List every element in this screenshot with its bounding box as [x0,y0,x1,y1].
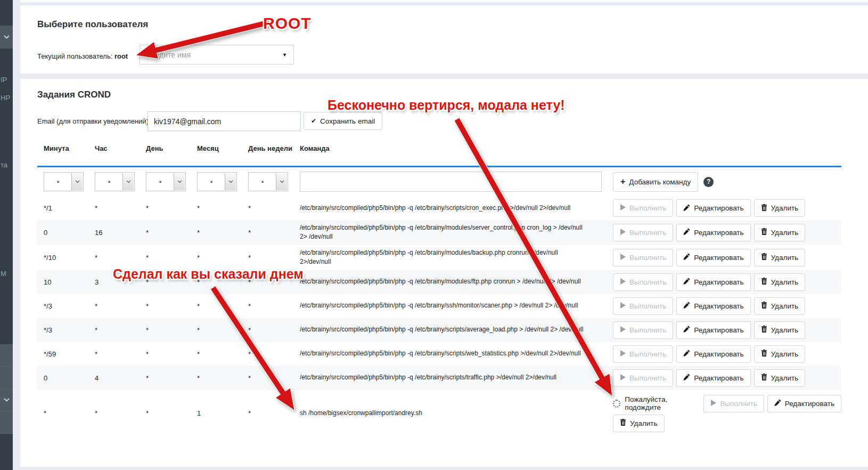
month-cell: * [191,326,242,334]
delete-button[interactable]: Удалить [754,249,806,266]
hour-cell: * [88,204,140,212]
sidebar-item-active[interactable] [0,26,13,48]
select-arrow-icon[interactable] [122,173,134,190]
select-arrow-icon[interactable] [71,173,83,190]
play-icon [620,302,626,310]
hour-cell: * [88,326,140,334]
run-button[interactable]: Выполнить [613,273,673,291]
weekday-cell: * [242,302,293,310]
sidebar-item[interactable] [0,367,13,389]
day-cell: * [140,229,191,237]
select-arrow-icon[interactable] [225,173,236,190]
check-icon: ✔ [311,117,316,125]
pencil-icon [683,302,690,310]
command-cell: sh /home/bigsex/cronwpallimport/andrey.s… [293,409,609,418]
weekday-select[interactable]: * [248,172,288,191]
run-button[interactable]: Выполнить [613,345,673,363]
day-select[interactable]: * [146,172,186,191]
sidebar-item[interactable] [0,344,13,367]
edit-button[interactable]: Редактировать [676,321,750,339]
pencil-icon [683,253,690,262]
edit-button[interactable]: Редактировать [676,345,750,363]
select-user-title: Выберите пользователя [37,19,148,30]
annotation-root: ROOT [263,14,312,33]
col-header-day: День [140,141,191,159]
minute-cell: */59 [37,350,88,358]
delete-button[interactable]: Удалить [754,369,806,387]
command-cell: /etc/brainy/src/compiled/php5/bin/php -q… [293,223,609,242]
command-cell: /etc/brainy/src/compiled/php5/bin/php -q… [293,248,609,267]
pencil-icon [683,374,690,382]
delete-button[interactable]: Удалить [754,345,806,363]
add-command-button[interactable]: + Добавить команду [613,172,698,192]
delete-button[interactable]: Удалить [754,224,806,241]
sidebar-item-fragment[interactable]: HP [1,94,10,102]
trash-icon [761,350,767,358]
run-button[interactable]: Выполнить [613,369,673,387]
email-label: Email (для отправки уведомлений): [37,117,151,125]
cron-row: */1 * * * * /etc/brainy/src/compiled/php… [37,196,841,220]
run-button[interactable]: Выполнить [613,321,673,339]
play-icon [620,278,626,286]
run-button[interactable]: Выполнить [613,224,673,241]
select-arrow-icon[interactable] [276,173,287,190]
run-button[interactable]: Выполнить [613,199,673,217]
hour-select[interactable]: * [95,172,135,191]
minute-select[interactable]: * [44,172,84,191]
minute-cell: * [37,409,88,417]
sidebar-item-fragment[interactable]: М [1,270,6,278]
crond-title: Задания CROND [37,90,111,100]
row-actions: Выполнить Редактировать Удалить [609,273,841,291]
delete-button[interactable]: Удалить [754,321,806,339]
chevron-down-icon [4,398,10,402]
command-cell: /etc/brainy/src/compiled/php5/bin/php -q… [293,349,609,358]
new-command-input[interactable] [300,172,602,192]
user-select[interactable]: Введите имя ▼ [140,45,294,64]
command-cell: /etc/brainy/src/compiled/php5/bin/php -q… [293,204,609,213]
cron-row: */3 * * * * /etc/brainy/src/compiled/php… [37,318,841,342]
trash-icon [761,253,767,262]
play-icon [620,374,626,382]
month-cell: * [191,302,242,310]
run-button[interactable]: Выполнить [613,249,673,266]
edit-button[interactable]: Редактировать [676,224,750,241]
sidebar-item-fragment[interactable]: та [1,161,7,169]
user-select-placeholder: Введите имя [146,51,282,59]
command-cell: /etc/brainy/src/compiled/php5/bin/php -q… [293,373,609,382]
edit-button[interactable]: Редактировать [676,297,750,315]
edit-button[interactable]: Редактировать [767,395,841,412]
trash-icon [620,419,626,427]
caret-down-icon: ▼ [282,52,287,58]
day-cell: * [140,350,191,358]
sidebar-item[interactable] [0,411,13,434]
select-user-card: Выберите пользователя Текущий пользовате… [20,5,868,74]
edit-button[interactable]: Редактировать [676,199,750,217]
play-icon [620,326,626,334]
save-email-button[interactable]: ✔ Сохранить email [304,112,382,130]
hour-cell: * [88,409,140,417]
delete-button[interactable]: Удалить [613,415,665,432]
delete-button[interactable]: Удалить [754,297,806,315]
col-header-command: Команда [293,141,609,159]
sidebar-item[interactable] [0,389,13,411]
delete-button[interactable]: Удалить [754,273,806,291]
trash-icon [761,326,767,334]
play-icon [620,229,626,237]
edit-button[interactable]: Редактировать [676,273,750,291]
month-select[interactable]: * [197,172,237,191]
command-cell: /etc/brainy/src/compiled/php5/bin/php -q… [293,325,609,334]
run-button[interactable]: Выполнить [613,297,673,315]
email-input[interactable] [148,111,301,131]
weekday-cell: * [242,409,293,417]
sidebar-item-fragment[interactable]: IP [1,76,7,84]
row-actions: Выполнить Редактировать Удалить [609,321,841,339]
delete-button[interactable]: Удалить [754,199,806,217]
help-icon[interactable]: ? [703,177,714,187]
edit-button[interactable]: Редактировать [676,249,750,266]
run-button[interactable]: Выполнить [703,395,764,412]
cron-row: * * * 1 * sh /home/bigsex/cronwpallimpor… [37,390,841,437]
play-icon [620,204,626,212]
cron-row: 0 16 * * * /etc/brainy/src/compiled/php5… [37,220,841,245]
select-arrow-icon[interactable] [174,173,185,190]
edit-button[interactable]: Редактировать [676,369,750,387]
